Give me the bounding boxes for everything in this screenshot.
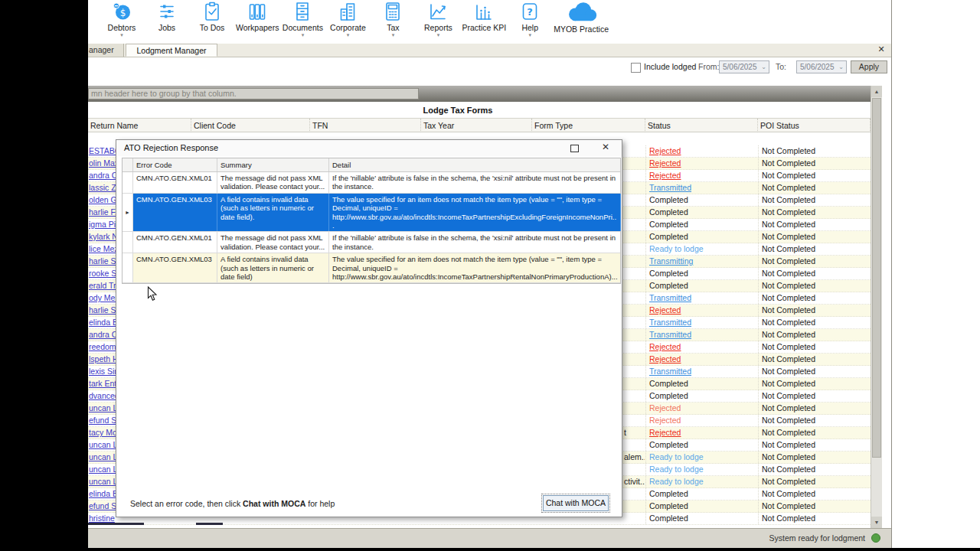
- error-row[interactable]: CMN.ATO.GEN.XML01The message did not pas…: [122, 172, 620, 194]
- debtors-icon: $: [110, 1, 133, 22]
- svg-text:?: ?: [527, 6, 533, 18]
- toolbar-item-to-dos[interactable]: To Dos: [191, 0, 234, 38]
- column-header-form-type[interactable]: Form Type: [532, 119, 645, 132]
- grid-title: Lodge Tax Forms: [88, 102, 871, 119]
- toolbar-item-corporate[interactable]: Corporate▾: [326, 0, 369, 38]
- column-header-tfn[interactable]: TFN: [310, 119, 421, 132]
- scrollbar-thumb[interactable]: [872, 98, 881, 458]
- toolbar-item-tax[interactable]: Tax▾: [371, 0, 414, 38]
- dialog-title: ATO Rejection Response: [116, 140, 622, 156]
- error-row[interactable]: CMN.ATO.GEN.XML01The message did not pas…: [122, 232, 620, 253]
- to-date-select[interactable]: 5/06/2025 ⌄: [796, 60, 847, 73]
- chevron-down-icon[interactable]: ▾: [347, 32, 350, 38]
- column-header-status[interactable]: Status: [645, 119, 758, 132]
- chevron-down-icon: ⌄: [838, 61, 844, 73]
- toolbar-item-workpapers[interactable]: Workpapers: [236, 0, 279, 38]
- help-text-suffix: for help: [305, 499, 335, 508]
- status-value[interactable]: Transmitted: [645, 182, 757, 194]
- error-code: CMN.ATO.GEN.XML01: [133, 232, 217, 253]
- status-value[interactable]: Rejected: [645, 354, 757, 365]
- toolbar-item-label: Reports: [424, 23, 452, 32]
- error-row[interactable]: ►CMN.ATO.GEN.XML03A field contains inval…: [122, 194, 620, 233]
- status-value: Completed: [645, 500, 757, 512]
- jobs-icon: [155, 1, 178, 22]
- include-lodged-checkbox[interactable]: [631, 63, 641, 73]
- scroll-up-icon[interactable]: ▲: [871, 86, 882, 97]
- to-date-value: 5/06/2025: [800, 63, 835, 71]
- error-grid-column-error-code[interactable]: Error Code: [133, 158, 217, 171]
- close-icon[interactable]: ✕: [877, 44, 886, 54]
- poi-status-value: Not Completed: [758, 452, 870, 463]
- column-header-client-code[interactable]: Client Code: [191, 119, 310, 132]
- reports-icon: [426, 1, 449, 22]
- toolbar-item-jobs[interactable]: Jobs: [145, 0, 188, 38]
- error-grid-column-summary[interactable]: Summary: [217, 158, 329, 171]
- maximize-icon[interactable]: [570, 145, 579, 152]
- apply-button[interactable]: Apply: [851, 60, 887, 73]
- tab-manager-partial[interactable]: anager: [88, 44, 124, 57]
- status-value: Completed: [645, 280, 757, 292]
- status-value[interactable]: Transmitting: [645, 256, 757, 267]
- chevron-down-icon[interactable]: ▾: [437, 32, 440, 38]
- screen-bottom-black-edge: [0, 548, 980, 551]
- toolbar-item-practice-kpi[interactable]: Practice KPI: [462, 0, 506, 38]
- error-detail: The value specified for an item does not…: [329, 194, 621, 232]
- grid-column-headers: Return NameClient CodeTFNTax YearForm Ty…: [88, 119, 871, 132]
- poi-status-value: Not Completed: [758, 415, 870, 426]
- tab-lodgment-manager[interactable]: Lodgment Manager: [126, 44, 217, 57]
- status-value[interactable]: Rejected: [645, 170, 757, 181]
- error-detail: The value specified for an item does not…: [329, 253, 621, 282]
- dialog-help-text: Select an error code, then click Chat wi…: [130, 499, 335, 508]
- toolbar-item-debtors[interactable]: $Debtors▾: [100, 0, 143, 38]
- toolbar-item-reports[interactable]: Reports▾: [416, 0, 459, 38]
- chevron-down-icon[interactable]: ▾: [120, 32, 123, 38]
- vertical-scrollbar[interactable]: ▲ ▼: [871, 86, 882, 528]
- poi-status-value: Not Completed: [758, 500, 870, 512]
- toolbar-item-documents[interactable]: Documents▾: [281, 0, 324, 38]
- toolbar-item-myob-practice[interactable]: MYOB Practice: [554, 0, 609, 40]
- tab-strip: anager Lodgment Manager ✕: [88, 44, 891, 57]
- help-text-prefix: Select an error code, then click: [130, 499, 243, 508]
- status-value[interactable]: Transmitted: [645, 366, 757, 377]
- status-value[interactable]: Rejected: [645, 305, 757, 316]
- chevron-down-icon[interactable]: ▾: [528, 32, 531, 38]
- row-selector: [122, 253, 133, 282]
- status-value[interactable]: Rejected: [645, 341, 757, 353]
- error-row[interactable]: CMN.ATO.GEN.XML03A field contains invali…: [122, 253, 620, 283]
- column-header-tax-year[interactable]: Tax Year: [421, 119, 532, 132]
- status-value[interactable]: Rejected: [645, 145, 757, 157]
- myob-practice-cloud-icon: [562, 1, 600, 24]
- error-summary: A field contains invalid data (such as l…: [217, 253, 329, 282]
- scroll-down-icon[interactable]: ▼: [871, 517, 882, 528]
- status-value: Rejected: [645, 415, 757, 426]
- status-value[interactable]: Transmitted: [645, 317, 757, 328]
- status-value[interactable]: Rejected: [645, 427, 757, 439]
- poi-status-value: Not Completed: [758, 158, 870, 169]
- column-header-return-name[interactable]: Return Name: [88, 119, 191, 132]
- to-label: To:: [776, 62, 786, 71]
- close-icon[interactable]: ✕: [600, 142, 611, 152]
- status-value[interactable]: Transmitted: [645, 329, 757, 341]
- status-value: Completed: [645, 219, 757, 230]
- poi-status-value: Not Completed: [758, 341, 870, 353]
- poi-status-value: Not Completed: [758, 464, 870, 475]
- poi-status-value: Not Completed: [758, 231, 870, 243]
- error-grid-column-detail[interactable]: Detail: [329, 158, 621, 171]
- status-value: Ready to lodge: [645, 452, 757, 463]
- chevron-down-icon[interactable]: ▾: [302, 32, 305, 38]
- poi-status-value: Not Completed: [758, 403, 870, 414]
- from-date-select[interactable]: 5/06/2025 ⌄: [719, 60, 769, 73]
- help-icon: ?: [518, 1, 541, 22]
- status-value[interactable]: Rejected: [645, 158, 757, 169]
- group-by-bar: mn header here to group by that column.: [88, 86, 871, 102]
- status-value: Rejected: [645, 403, 757, 414]
- status-value: Ready to lodge: [645, 464, 757, 475]
- include-lodged-label: Include lodged: [644, 62, 696, 71]
- row-selector: [122, 232, 133, 253]
- status-value[interactable]: Transmitted: [645, 292, 757, 304]
- chat-with-moca-button[interactable]: Chat with MOCA: [543, 495, 609, 511]
- column-header-poi-status[interactable]: POI Status: [758, 119, 871, 132]
- chevron-down-icon[interactable]: ▾: [392, 32, 395, 38]
- toolbar-item-help[interactable]: ?Help▾: [508, 0, 551, 38]
- poi-status-value: Not Completed: [758, 207, 870, 218]
